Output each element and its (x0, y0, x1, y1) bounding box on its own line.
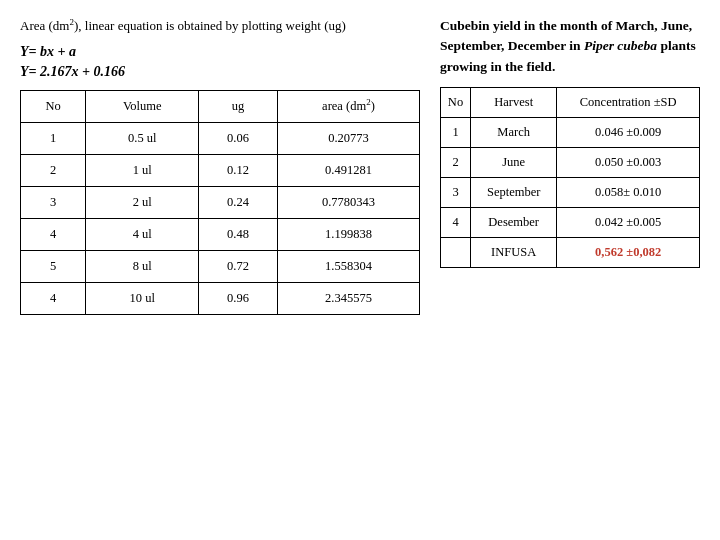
right-panel: Cubebin yield in the month of March, Jun… (440, 16, 700, 524)
table-row: 44 ul0.481.199838 (21, 218, 420, 250)
col-header-volume: Volume (86, 90, 199, 122)
col-header-ug: ug (199, 90, 278, 122)
col-header-area: area (dm2) (277, 90, 419, 122)
table-row: 21 ul0.120.491281 (21, 154, 420, 186)
equation-formula: Y= bx + a (20, 44, 420, 60)
table-row: 1March0.046 ±0.009 (441, 117, 700, 147)
table-row: 58 ul0.721.558304 (21, 250, 420, 282)
right-col-concentration: Concentration ±SD (557, 87, 700, 117)
intro-text: Cubebin yield in the month of March, Jun… (440, 16, 700, 77)
table-row: 10.5 ul0.060.20773 (21, 122, 420, 154)
left-heading: Area (dm2), linear equation is obtained … (20, 16, 420, 36)
infusa-row: INFUSA0,562 ±0,082 (441, 237, 700, 267)
left-table: No Volume ug area (dm2) 10.5 ul0.060.207… (20, 90, 420, 315)
table-row: 2June0.050 ±0.003 (441, 147, 700, 177)
table-row: 4Desember0.042 ±0.005 (441, 207, 700, 237)
equation-value: Y= 2.167x + 0.166 (20, 64, 420, 80)
table-row: 410 ul0.962.345575 (21, 282, 420, 314)
right-col-no: No (441, 87, 471, 117)
table-row: 3September0.058± 0.010 (441, 177, 700, 207)
right-col-harvest: Harvest (471, 87, 557, 117)
table-row: 32 ul0.240.7780343 (21, 186, 420, 218)
right-table: No Harvest Concentration ±SD 1March0.046… (440, 87, 700, 268)
left-panel: Area (dm2), linear equation is obtained … (20, 16, 420, 524)
col-header-no: No (21, 90, 86, 122)
